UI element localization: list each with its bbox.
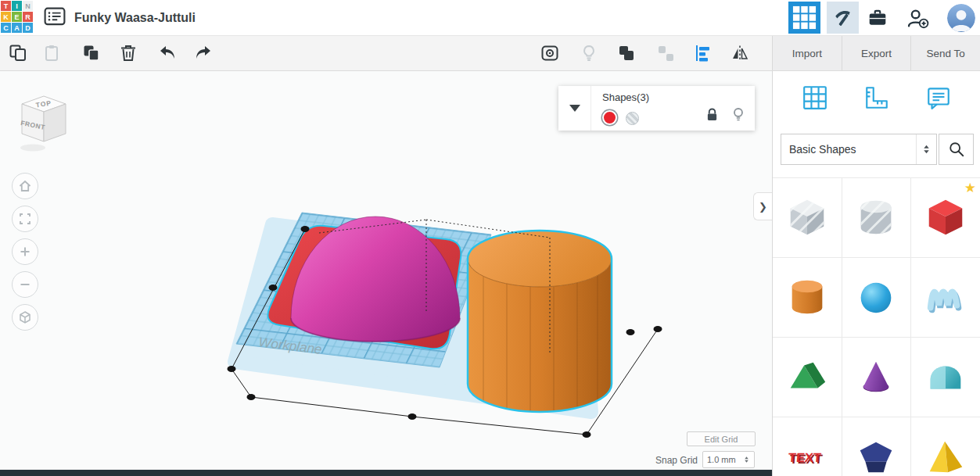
text-shape-label: TEXT bbox=[788, 449, 821, 463]
top-bar: TIN KER CAD Funky Waasa-Juttuli bbox=[0, 0, 980, 35]
selection-handle[interactable] bbox=[408, 413, 417, 420]
panel-collapse-button[interactable]: ❯ bbox=[753, 192, 772, 220]
search-icon bbox=[948, 141, 965, 158]
spinner-icon bbox=[743, 456, 750, 463]
selection-collapse-button[interactable] bbox=[558, 86, 591, 131]
duplicate-button[interactable] bbox=[81, 43, 102, 63]
user-avatar[interactable] bbox=[947, 4, 975, 32]
tinkercad-app: TIN KER CAD Funky Waasa-Juttuli bbox=[0, 0, 980, 476]
mirror-button[interactable] bbox=[730, 43, 750, 63]
classes-button[interactable] bbox=[863, 4, 892, 32]
view-cube[interactable]: TOP FRONT bbox=[16, 91, 72, 160]
dashboard-button[interactable] bbox=[788, 2, 820, 34]
design-properties-icon[interactable] bbox=[44, 7, 66, 27]
align-button[interactable] bbox=[693, 43, 713, 63]
send-to-button[interactable]: Send To bbox=[910, 36, 980, 70]
favorite-star-icon[interactable]: ★ bbox=[964, 180, 976, 196]
lock-icon bbox=[706, 107, 718, 121]
shape-sphere[interactable] bbox=[842, 258, 911, 337]
shape-cone[interactable] bbox=[842, 338, 911, 417]
shape-orange-cylinder[interactable] bbox=[468, 231, 612, 419]
workplane-tool-button[interactable] bbox=[802, 84, 828, 114]
plus-icon bbox=[18, 245, 32, 259]
shape-round-roof[interactable] bbox=[911, 338, 980, 417]
notes-tool-button[interactable] bbox=[925, 84, 952, 114]
paste-button[interactable] bbox=[41, 43, 62, 63]
selection-handle[interactable] bbox=[583, 431, 591, 438]
undo-button[interactable] bbox=[157, 43, 178, 63]
grid-icon bbox=[792, 5, 817, 30]
export-button[interactable]: Export bbox=[842, 36, 911, 70]
shape-category-select[interactable]: Basic Shapes bbox=[781, 134, 937, 165]
shape-pyramid[interactable] bbox=[911, 417, 980, 476]
pickaxe-icon bbox=[833, 8, 853, 28]
ruler-tool-button[interactable] bbox=[863, 84, 890, 114]
copy-button[interactable] bbox=[8, 43, 28, 63]
scene-3d[interactable]: Workplane bbox=[0, 71, 772, 476]
perspective-cube-icon bbox=[18, 310, 32, 324]
ruler-icon bbox=[863, 84, 890, 111]
lightbulb-icon bbox=[732, 107, 745, 122]
bottom-strip bbox=[0, 470, 772, 476]
selection-handle[interactable] bbox=[228, 366, 236, 372]
shape-box-hole[interactable] bbox=[773, 178, 842, 257]
shape-scribble[interactable] bbox=[911, 258, 980, 337]
home-icon bbox=[18, 179, 32, 193]
zoom-in-button[interactable] bbox=[12, 238, 38, 265]
chevron-down-icon bbox=[569, 105, 580, 112]
shape-gallery: ★ TEXTTEXT bbox=[773, 177, 980, 476]
selection-handle[interactable] bbox=[654, 326, 662, 332]
shape-cylinder-hole[interactable] bbox=[842, 178, 911, 257]
snap-grid-dropdown[interactable]: 1.0 mm bbox=[702, 451, 755, 468]
color-swatch-red[interactable] bbox=[602, 110, 617, 125]
selection-handle[interactable] bbox=[247, 394, 256, 400]
fit-view-button[interactable] bbox=[12, 206, 38, 232]
shape-category-value: Basic Shapes bbox=[781, 143, 916, 156]
snap-grid-value: 1.0 mm bbox=[707, 455, 736, 464]
snap-grid-label: Snap Grid bbox=[646, 455, 698, 466]
edit-grid-button[interactable]: Edit Grid bbox=[687, 431, 756, 446]
hide-button[interactable] bbox=[579, 43, 599, 63]
ungroup-button[interactable] bbox=[655, 43, 676, 63]
fit-view-icon bbox=[18, 212, 32, 226]
notes-icon bbox=[925, 84, 952, 111]
zoom-out-button[interactable] bbox=[12, 271, 38, 298]
shape-polygon[interactable] bbox=[842, 417, 911, 476]
chevron-right-icon: ❯ bbox=[759, 201, 767, 213]
tinkercad-logo[interactable]: TIN KER CAD bbox=[1, 1, 34, 34]
shape-search-button[interactable] bbox=[939, 134, 974, 165]
selection-handle[interactable] bbox=[301, 226, 310, 232]
selection-title: Shapes(3) bbox=[602, 91, 649, 103]
shape-text[interactable]: TEXTTEXT bbox=[773, 417, 842, 476]
selection-handle[interactable] bbox=[626, 329, 635, 335]
select-spinner-icon bbox=[916, 134, 936, 164]
hide-shape-button[interactable] bbox=[732, 107, 745, 125]
workplane-icon bbox=[802, 84, 828, 111]
perspective-toggle-button[interactable] bbox=[12, 304, 38, 331]
redo-button[interactable] bbox=[193, 43, 214, 63]
shapes-panel: Basic Shapes ★ bbox=[772, 71, 980, 476]
home-view-button[interactable] bbox=[12, 173, 38, 199]
selection-info-panel: Shapes(3) bbox=[558, 86, 755, 131]
main-toolbar: Import Export Send To bbox=[0, 35, 980, 71]
invite-button[interactable] bbox=[901, 4, 934, 32]
tinker-button[interactable] bbox=[827, 2, 859, 34]
delete-button[interactable] bbox=[118, 43, 138, 63]
import-button[interactable]: Import bbox=[772, 36, 842, 70]
shape-cylinder[interactable] bbox=[773, 258, 842, 337]
color-swatch-hole[interactable] bbox=[626, 112, 639, 125]
add-person-icon bbox=[906, 7, 929, 29]
lock-button[interactable] bbox=[706, 107, 718, 124]
viewport[interactable]: Workplane bbox=[0, 71, 772, 476]
shape-box[interactable]: ★ bbox=[911, 178, 980, 257]
selection-handle[interactable] bbox=[269, 285, 278, 291]
minus-icon bbox=[18, 277, 32, 292]
briefcase-icon bbox=[867, 8, 888, 28]
group-button[interactable] bbox=[616, 43, 637, 63]
show-all-button[interactable] bbox=[540, 43, 560, 63]
design-title[interactable]: Funky Waasa-Juttuli bbox=[74, 0, 196, 35]
toolbar-actions: Import Export Send To bbox=[772, 36, 980, 70]
shape-roof[interactable] bbox=[773, 338, 842, 417]
